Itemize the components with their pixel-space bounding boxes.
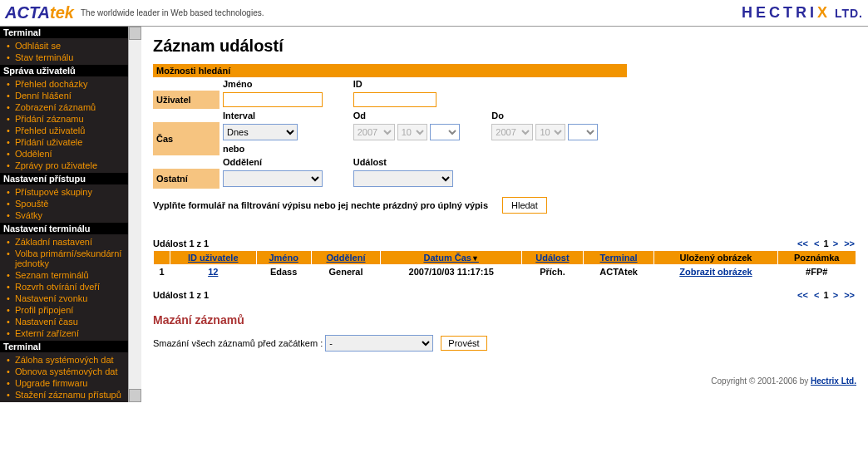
sidebar-section-title: Terminal [0, 27, 128, 38]
user-id-link[interactable]: 12 [208, 267, 218, 277]
sidebar-item[interactable]: Přidání záznamu [0, 113, 128, 125]
select-interval[interactable]: Dnes [223, 124, 298, 140]
sidebar-item[interactable]: Přidání uživatele [0, 136, 128, 148]
sidebar-item[interactable]: Základní nastavení [0, 236, 128, 248]
top-header: ACTAtek The worldwide leader in Web base… [0, 0, 868, 27]
table-row: 1 12 Edass General 2007/10/03 11:17:15 P… [154, 265, 856, 279]
sidebar-link[interactable]: Stažení záznamu přístupů [15, 390, 121, 400]
scroll-down-icon[interactable] [129, 389, 141, 402]
sidebar-item[interactable]: Nastavení zvonku [0, 293, 128, 304]
pager-first[interactable]: << [797, 290, 808, 300]
sidebar-item[interactable]: Spouště [0, 198, 128, 209]
pager-next[interactable]: > [833, 238, 838, 248]
sidebar-item[interactable]: Nastavení času [0, 316, 128, 327]
select-to-year: 2007 [491, 124, 533, 140]
sidebar-link[interactable]: Svátky [15, 210, 42, 220]
sidebar-link[interactable]: Zobrazení záznamů [15, 102, 96, 112]
col-datetime[interactable]: Datum Čas▼ [424, 253, 479, 263]
col-event[interactable]: Událost [535, 253, 569, 263]
sidebar-link[interactable]: Spouště [15, 199, 48, 209]
delete-select[interactable]: - [325, 335, 433, 352]
sidebar-item[interactable]: Volba primární/sekundární jednotky [0, 248, 128, 269]
sidebar-item[interactable]: Záloha systémových dat [0, 354, 128, 366]
sidebar-link[interactable]: Přidání záznamu [15, 114, 84, 124]
main-content: Záznam událostí Možnosti hledání Jméno I… [141, 27, 868, 402]
sidebar-item[interactable]: Seznam terminálů [0, 269, 128, 281]
show-image-link[interactable]: Zobrazit obrázek [679, 267, 752, 277]
sidebar-link[interactable]: Oddělení [15, 149, 52, 159]
sidebar-item[interactable]: Zprávy pro uživatele [0, 160, 128, 171]
result-summary-top: Událost 1 z 1 [153, 238, 209, 248]
sidebar-item[interactable]: Denní hlášení [0, 90, 128, 101]
pager-prev[interactable]: < [814, 290, 819, 300]
logo-part-a: ACTA [5, 3, 50, 22]
input-id[interactable] [353, 92, 436, 107]
sidebar-item[interactable]: Upgrade firmwaru [0, 377, 128, 389]
label-to: Do [488, 109, 627, 122]
sidebar-item[interactable]: Odhlásit se [0, 40, 128, 52]
sidebar-item[interactable]: Externí zařízení [0, 327, 128, 339]
sidebar-link[interactable]: Seznam terminálů [15, 270, 89, 280]
sidebar-item[interactable]: Oddělení [0, 148, 128, 160]
pager-current: 1 [823, 290, 828, 300]
sidebar-link[interactable]: Upgrade firmwaru [15, 378, 87, 388]
sidebar-item[interactable]: Svátky [0, 209, 128, 221]
select-event[interactable] [353, 170, 453, 187]
footer-link[interactable]: Hectrix Ltd. [811, 376, 856, 386]
scroll-up-icon[interactable] [129, 27, 141, 40]
pager-next[interactable]: > [833, 290, 838, 300]
sidebar-item[interactable]: Profil připojení [0, 304, 128, 316]
col-name[interactable]: Jméno [269, 253, 298, 263]
search-button[interactable]: Hledat [502, 197, 547, 214]
delete-label: Smazání všech záznamů před začátkem : [153, 338, 323, 348]
sidebar-link[interactable]: Přidání uživatele [15, 137, 82, 147]
pager-last[interactable]: >> [844, 290, 855, 300]
select-from-year: 2007 [353, 124, 395, 140]
sidebar-link[interactable]: Odhlásit se [15, 41, 61, 51]
sidebar-link[interactable]: Stav terminálu [15, 52, 73, 62]
select-from-month: 10 [397, 124, 427, 140]
select-to-day[interactable] [568, 124, 598, 140]
label-id: ID [350, 77, 489, 91]
sidebar-item[interactable]: Rozvrh otvírání dveří [0, 281, 128, 293]
sidebar-link[interactable]: Základní nastavení [15, 237, 92, 247]
sidebar-item[interactable]: Stav terminálu [0, 52, 128, 63]
select-to-month: 10 [535, 124, 565, 140]
sidebar: TerminalOdhlásit seStav termináluSpráva … [0, 27, 141, 402]
sidebar-item[interactable]: Přehled docházky [0, 78, 128, 90]
col-dep[interactable]: Oddělení [326, 253, 365, 263]
sort-desc-icon: ▼ [471, 254, 479, 263]
sidebar-link[interactable]: Zprávy pro uživatele [15, 160, 97, 170]
pager-prev[interactable]: < [814, 238, 819, 248]
label-dep: Oddělení [219, 155, 350, 169]
select-from-day[interactable] [430, 124, 460, 140]
pager-last[interactable]: >> [844, 238, 855, 248]
sidebar-link[interactable]: Záloha systémových dat [15, 355, 114, 365]
select-department[interactable] [223, 170, 323, 187]
sidebar-link[interactable]: Volba primární/sekundární jednotky [15, 248, 121, 268]
sidebar-link[interactable]: Nastavení času [15, 317, 78, 327]
sidebar-item[interactable]: Obnova systémových dat [0, 366, 128, 377]
sidebar-link[interactable]: Přístupové skupiny [15, 187, 92, 197]
sidebar-link[interactable]: Přehled docházky [15, 79, 87, 89]
sidebar-item[interactable]: Přehled uživatelů [0, 125, 128, 136]
sidebar-item[interactable]: Stažení záznamu přístupů [0, 389, 128, 401]
sidebar-link[interactable]: Obnova systémových dat [15, 366, 118, 376]
sidebar-link[interactable]: Rozvrh otvírání dveří [15, 282, 100, 292]
pager-first[interactable]: << [797, 238, 808, 248]
col-note: Poznámka [777, 251, 856, 265]
label-event: Událost [350, 155, 489, 169]
sidebar-link[interactable]: Denní hlášení [15, 91, 72, 101]
sidebar-scrollbar[interactable] [128, 27, 141, 402]
sidebar-link[interactable]: Nastavení zvonku [15, 293, 87, 303]
sidebar-item[interactable]: Přístupové skupiny [0, 186, 128, 198]
sidebar-link[interactable]: Profil připojení [15, 305, 73, 315]
col-id[interactable]: ID uživatele [188, 253, 239, 263]
sidebar-link[interactable]: Přehled uživatelů [15, 125, 85, 135]
col-terminal[interactable]: Terminal [600, 253, 638, 263]
sidebar-link[interactable]: Externí zařízení [15, 328, 79, 338]
input-name[interactable] [223, 92, 323, 107]
delete-button[interactable]: Provést [441, 336, 486, 351]
actatek-logo: ACTAtek [5, 3, 74, 22]
sidebar-item[interactable]: Zobrazení záznamů [0, 101, 128, 113]
